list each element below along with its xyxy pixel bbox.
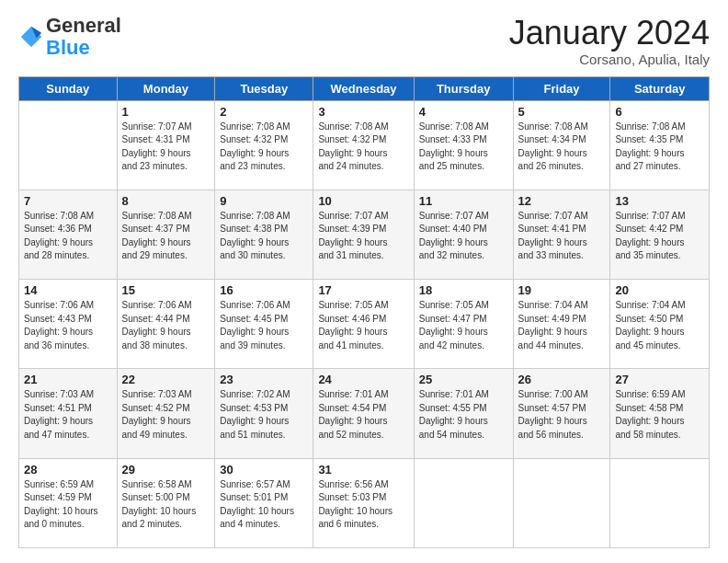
day-number: 6 <box>615 105 704 119</box>
day-number: 4 <box>419 105 508 119</box>
day-info: Sunrise: 7:08 AM Sunset: 4:35 PM Dayligh… <box>615 121 704 174</box>
day-cell: 29Sunrise: 6:58 AM Sunset: 5:00 PM Dayli… <box>117 458 215 547</box>
day-info: Sunrise: 7:07 AM Sunset: 4:41 PM Dayligh… <box>518 210 606 263</box>
day-info: Sunrise: 7:01 AM Sunset: 4:54 PM Dayligh… <box>318 388 408 442</box>
day-cell: 26Sunrise: 7:00 AM Sunset: 4:57 PM Dayli… <box>513 369 610 458</box>
weekday-header-sunday: Sunday <box>19 76 118 100</box>
logo-icon <box>18 24 44 50</box>
day-cell: 15Sunrise: 7:06 AM Sunset: 4:44 PM Dayli… <box>117 280 215 369</box>
day-cell: 18Sunrise: 7:05 AM Sunset: 4:47 PM Dayli… <box>414 280 513 369</box>
day-number: 7 <box>24 194 112 208</box>
svg-marker-0 <box>21 27 41 47</box>
day-number: 9 <box>220 194 308 208</box>
logo: General Blue <box>18 15 121 59</box>
day-info: Sunrise: 6:59 AM Sunset: 4:59 PM Dayligh… <box>24 478 112 532</box>
day-info: Sunrise: 7:06 AM Sunset: 4:44 PM Dayligh… <box>122 299 210 352</box>
day-cell: 19Sunrise: 7:04 AM Sunset: 4:49 PM Dayli… <box>513 280 610 369</box>
day-cell: 23Sunrise: 7:02 AM Sunset: 4:53 PM Dayli… <box>215 369 313 458</box>
day-info: Sunrise: 7:01 AM Sunset: 4:55 PM Dayligh… <box>419 388 508 442</box>
logo-blue: Blue <box>46 36 90 59</box>
day-cell <box>414 458 513 547</box>
weekday-header-wednesday: Wednesday <box>313 76 414 100</box>
day-number: 24 <box>318 373 408 386</box>
day-number: 2 <box>220 105 308 119</box>
day-cell: 21Sunrise: 7:03 AM Sunset: 4:51 PM Dayli… <box>19 369 118 458</box>
day-cell: 4Sunrise: 7:08 AM Sunset: 4:33 PM Daylig… <box>414 100 513 190</box>
day-info: Sunrise: 7:07 AM Sunset: 4:39 PM Dayligh… <box>318 210 408 263</box>
day-cell: 10Sunrise: 7:07 AM Sunset: 4:39 PM Dayli… <box>313 190 414 279</box>
day-cell: 3Sunrise: 7:08 AM Sunset: 4:32 PM Daylig… <box>313 100 414 190</box>
day-number: 8 <box>122 194 210 208</box>
day-cell: 1Sunrise: 7:07 AM Sunset: 4:31 PM Daylig… <box>117 100 215 190</box>
day-cell <box>610 458 710 547</box>
day-info: Sunrise: 7:06 AM Sunset: 4:43 PM Dayligh… <box>24 299 112 352</box>
day-number: 28 <box>24 463 112 477</box>
day-cell: 20Sunrise: 7:04 AM Sunset: 4:50 PM Dayli… <box>610 280 710 369</box>
day-number: 30 <box>220 463 308 477</box>
page: General Blue January 2024 Corsano, Apuli… <box>0 0 728 563</box>
day-info: Sunrise: 7:00 AM Sunset: 4:57 PM Dayligh… <box>518 388 606 442</box>
day-info: Sunrise: 6:56 AM Sunset: 5:03 PM Dayligh… <box>318 478 408 532</box>
day-cell: 22Sunrise: 7:03 AM Sunset: 4:52 PM Dayli… <box>117 369 215 458</box>
day-cell: 27Sunrise: 6:59 AM Sunset: 4:58 PM Dayli… <box>610 369 710 458</box>
day-number: 27 <box>615 373 704 386</box>
day-cell: 12Sunrise: 7:07 AM Sunset: 4:41 PM Dayli… <box>513 190 610 279</box>
day-cell: 8Sunrise: 7:08 AM Sunset: 4:37 PM Daylig… <box>117 190 215 279</box>
day-info: Sunrise: 7:07 AM Sunset: 4:42 PM Dayligh… <box>615 210 704 263</box>
location-subtitle: Corsano, Apulia, Italy <box>509 52 710 67</box>
day-cell <box>513 458 610 547</box>
day-cell: 2Sunrise: 7:08 AM Sunset: 4:32 PM Daylig… <box>215 100 313 190</box>
day-cell: 13Sunrise: 7:07 AM Sunset: 4:42 PM Dayli… <box>610 190 710 279</box>
day-info: Sunrise: 7:08 AM Sunset: 4:32 PM Dayligh… <box>318 121 408 174</box>
day-info: Sunrise: 7:08 AM Sunset: 4:37 PM Dayligh… <box>122 210 210 263</box>
week-row-2: 7Sunrise: 7:08 AM Sunset: 4:36 PM Daylig… <box>19 190 710 279</box>
weekday-header-saturday: Saturday <box>610 76 710 100</box>
day-number: 12 <box>518 194 606 208</box>
day-cell <box>19 100 118 190</box>
weekday-header-monday: Monday <box>117 76 215 100</box>
month-title: January 2024 <box>509 15 710 52</box>
day-info: Sunrise: 6:57 AM Sunset: 5:01 PM Dayligh… <box>220 478 308 532</box>
header: General Blue January 2024 Corsano, Apuli… <box>18 15 710 67</box>
day-number: 13 <box>615 194 704 208</box>
day-number: 3 <box>318 105 408 119</box>
day-number: 21 <box>24 373 112 386</box>
day-info: Sunrise: 7:04 AM Sunset: 4:49 PM Dayligh… <box>518 299 606 352</box>
day-info: Sunrise: 7:08 AM Sunset: 4:34 PM Dayligh… <box>518 121 606 174</box>
day-number: 23 <box>220 373 308 386</box>
day-info: Sunrise: 7:02 AM Sunset: 4:53 PM Dayligh… <box>220 388 308 442</box>
week-row-4: 21Sunrise: 7:03 AM Sunset: 4:51 PM Dayli… <box>19 369 710 458</box>
day-cell: 14Sunrise: 7:06 AM Sunset: 4:43 PM Dayli… <box>19 280 118 369</box>
day-info: Sunrise: 7:07 AM Sunset: 4:40 PM Dayligh… <box>419 210 508 263</box>
title-block: January 2024 Corsano, Apulia, Italy <box>509 15 710 67</box>
day-number: 18 <box>419 283 508 297</box>
day-number: 10 <box>318 194 408 208</box>
day-number: 14 <box>24 283 112 297</box>
week-row-5: 28Sunrise: 6:59 AM Sunset: 4:59 PM Dayli… <box>19 458 710 547</box>
day-number: 31 <box>318 463 408 477</box>
day-cell: 9Sunrise: 7:08 AM Sunset: 4:38 PM Daylig… <box>215 190 313 279</box>
day-number: 11 <box>419 194 508 208</box>
day-cell: 24Sunrise: 7:01 AM Sunset: 4:54 PM Dayli… <box>313 369 414 458</box>
day-number: 25 <box>419 373 508 386</box>
day-number: 26 <box>518 373 606 386</box>
logo-text: General Blue <box>46 15 121 59</box>
logo-general: General <box>46 14 121 37</box>
day-info: Sunrise: 7:07 AM Sunset: 4:31 PM Dayligh… <box>122 121 210 174</box>
weekday-header-row: SundayMondayTuesdayWednesdayThursdayFrid… <box>19 76 710 100</box>
day-info: Sunrise: 7:08 AM Sunset: 4:36 PM Dayligh… <box>24 210 112 263</box>
day-number: 29 <box>122 463 210 477</box>
week-row-1: 1Sunrise: 7:07 AM Sunset: 4:31 PM Daylig… <box>19 100 710 190</box>
day-info: Sunrise: 7:05 AM Sunset: 4:47 PM Dayligh… <box>419 299 508 352</box>
weekday-header-thursday: Thursday <box>414 76 513 100</box>
day-number: 5 <box>518 105 606 119</box>
week-row-3: 14Sunrise: 7:06 AM Sunset: 4:43 PM Dayli… <box>19 280 710 369</box>
day-info: Sunrise: 7:03 AM Sunset: 4:51 PM Dayligh… <box>24 388 112 442</box>
weekday-header-friday: Friday <box>513 76 610 100</box>
calendar-table: SundayMondayTuesdayWednesdayThursdayFrid… <box>18 76 710 548</box>
day-cell: 28Sunrise: 6:59 AM Sunset: 4:59 PM Dayli… <box>19 458 118 547</box>
day-info: Sunrise: 7:08 AM Sunset: 4:33 PM Dayligh… <box>419 121 508 174</box>
day-number: 16 <box>220 283 308 297</box>
day-number: 15 <box>122 283 210 297</box>
day-info: Sunrise: 7:08 AM Sunset: 4:32 PM Dayligh… <box>220 121 308 174</box>
